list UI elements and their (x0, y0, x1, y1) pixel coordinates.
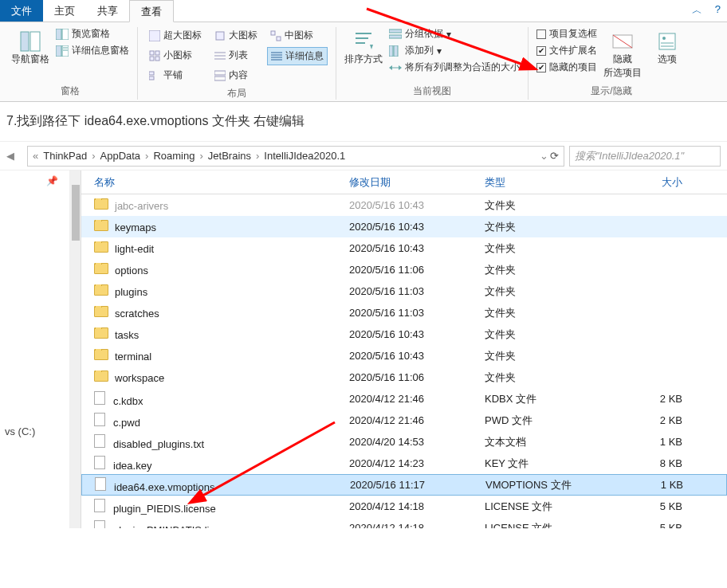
svg-rect-0 (21, 32, 29, 51)
layout-medium[interactable]: 中图标 (267, 27, 328, 44)
chevron-left-icon[interactable]: « (33, 150, 38, 162)
file-row[interactable]: idea64.exe.vmoptions2020/5/16 11:17VMOPT… (81, 474, 727, 496)
dropdown-icon[interactable]: ⌄ (540, 150, 548, 162)
breadcrumb-item[interactable]: Roaming (150, 150, 198, 162)
tab-view[interactable]: 查看 (129, 0, 174, 22)
nav-pane-button[interactable]: 导航窗格 (11, 27, 49, 66)
file-area: 📌 vs (C:) 盘 (D:) 名称 修改日期 类型 大小 jabc-ariv… (0, 170, 727, 528)
file-row[interactable]: light-edit2020/5/16 10:43文件夹 (81, 237, 727, 259)
file-size: 2 KB (607, 414, 687, 426)
file-type: LICENSE 文件 (480, 500, 607, 514)
layout-large[interactable]: 大图标 (211, 27, 261, 44)
layout-details[interactable]: 详细信息 (267, 47, 328, 65)
refresh-icon[interactable]: ⟳ (550, 150, 559, 162)
file-row[interactable]: plugin_PMINBATIS.license2020/4/12 14:18L… (81, 517, 727, 528)
check-hidden[interactable]: 隐藏的项目 (536, 61, 597, 74)
breadcrumb-item[interactable]: ThinkPad (40, 150, 90, 162)
tab-file[interactable]: 文件 (0, 0, 43, 22)
addcol-button[interactable]: 添加列 ▾ (389, 44, 520, 57)
layout-small[interactable]: 小图标 (146, 47, 205, 64)
file-date: 2020/4/12 14:18 (344, 522, 480, 528)
details-pane-button[interactable]: 详细信息窗格 (56, 44, 129, 57)
svg-rect-9 (150, 51, 154, 55)
col-type[interactable]: 类型 (480, 175, 607, 190)
folder-icon (94, 198, 108, 210)
svg-rect-21 (271, 31, 275, 35)
file-name: idea64.exe.vmoptions (90, 477, 345, 493)
file-type: PWD 文件 (480, 414, 607, 428)
file-row[interactable]: scratches2020/5/16 11:03文件夹 (81, 302, 727, 323)
breadcrumb-item[interactable]: JetBrains (205, 150, 254, 162)
file-name: tasks (89, 327, 344, 341)
autosize-button[interactable]: 将所有列调整为合适的大小 (389, 61, 520, 74)
layout-xlarge[interactable]: 超大图标 (146, 27, 205, 44)
file-type: 文件夹 (480, 284, 607, 299)
file-date: 2020/4/12 14:23 (344, 457, 480, 469)
tree-scrollbar[interactable] (70, 171, 81, 528)
file-name: options (89, 263, 344, 276)
search-input[interactable]: 搜索"IntelliJIdea2020.1" (569, 146, 721, 167)
options-button[interactable]: 选项 (648, 27, 686, 80)
file-type: 文件夹 (480, 370, 607, 385)
col-date[interactable]: 修改日期 (344, 175, 480, 190)
svg-rect-32 (389, 35, 402, 38)
file-date: 2020/5/16 11:17 (345, 479, 481, 491)
file-row[interactable]: disabled_plugins.txt2020/4/20 14:53文本文档1… (81, 431, 727, 453)
preview-pane-button[interactable]: 预览窗格 (56, 27, 129, 41)
folder-icon (94, 349, 108, 360)
file-row[interactable]: workspace2020/5/16 11:06文件夹 (81, 367, 727, 388)
back-button[interactable]: ◀ (6, 150, 22, 162)
file-row[interactable]: jabc-arivers2020/5/16 10:43文件夹 (81, 194, 727, 216)
ribbon-minimize-icon[interactable]: ︿ (686, 0, 709, 22)
tab-home[interactable]: 主页 (43, 0, 86, 22)
check-itemcheck[interactable]: 项目复选框 (536, 27, 597, 41)
svg-rect-22 (277, 37, 281, 41)
svg-rect-2 (56, 29, 61, 40)
sort-button[interactable]: 排序方式 (344, 27, 383, 74)
pin-icon[interactable]: 📌 (5, 175, 65, 186)
folder-icon (94, 241, 108, 253)
check-extensions[interactable]: 文件扩展名 (536, 44, 597, 57)
groupby-button[interactable]: 分组依据 ▾ (389, 27, 520, 41)
file-row[interactable]: c.pwd2020/4/12 21:46PWD 文件2 KB (81, 410, 727, 431)
col-name[interactable]: 名称 (89, 175, 344, 190)
file-type: KDBX 文件 (480, 392, 607, 406)
file-row[interactable]: plugin_PIEDIS.license2020/4/12 14:18LICE… (81, 496, 727, 517)
drive-c[interactable]: vs (C:) (5, 425, 65, 437)
breadcrumb-item[interactable]: AppData (97, 150, 144, 162)
svg-rect-15 (216, 32, 224, 40)
file-row[interactable]: options2020/5/16 11:06文件夹 (81, 259, 727, 280)
file-row[interactable]: idea.key2020/4/12 14:23KEY 文件8 KB (81, 453, 727, 474)
file-row[interactable]: terminal2020/5/16 10:43文件夹 (81, 345, 727, 367)
tab-share[interactable]: 共享 (86, 0, 129, 22)
file-row[interactable]: plugins2020/5/16 11:03文件夹 (81, 280, 727, 302)
svg-rect-5 (62, 45, 69, 57)
group-label-currentview: 当前视图 (344, 84, 520, 98)
help-icon[interactable]: ? (709, 0, 727, 22)
nav-tree[interactable]: 📌 vs (C:) 盘 (D:) (0, 171, 70, 528)
svg-rect-11 (150, 57, 154, 61)
file-row[interactable]: c.kdbx2020/4/12 21:46KDBX 文件2 KB (81, 388, 727, 410)
layout-content[interactable]: 内容 (211, 67, 261, 84)
file-row[interactable]: tasks2020/5/16 10:43文件夹 (81, 323, 727, 345)
breadcrumb-item[interactable]: IntelliJIdea2020.1 (261, 150, 348, 162)
svg-marker-30 (370, 45, 373, 49)
file-name: disabled_plugins.txt (89, 434, 344, 450)
svg-rect-14 (149, 76, 154, 80)
layout-tile[interactable]: 平铺 (146, 67, 205, 84)
file-type: 文件夹 (480, 327, 607, 342)
folder-icon (94, 327, 108, 339)
layout-list[interactable]: 列表 (211, 47, 261, 64)
file-size: 2 KB (607, 393, 687, 405)
hide-selected-button[interactable]: 隐藏 所选项目 (603, 27, 642, 80)
file-row[interactable]: keymaps2020/5/16 10:43文件夹 (81, 216, 727, 237)
file-date: 2020/5/16 10:43 (344, 242, 480, 254)
group-label-layout: 布局 (146, 87, 328, 100)
col-size[interactable]: 大小 (607, 175, 687, 190)
svg-point-41 (662, 37, 666, 40)
column-headers[interactable]: 名称 修改日期 类型 大小 (81, 171, 727, 194)
file-size: 1 KB (608, 479, 688, 491)
file-icon (95, 477, 106, 491)
breadcrumb[interactable]: « ThinkPad› AppData› Roaming› JetBrains›… (27, 146, 564, 167)
file-name: workspace (89, 370, 344, 384)
